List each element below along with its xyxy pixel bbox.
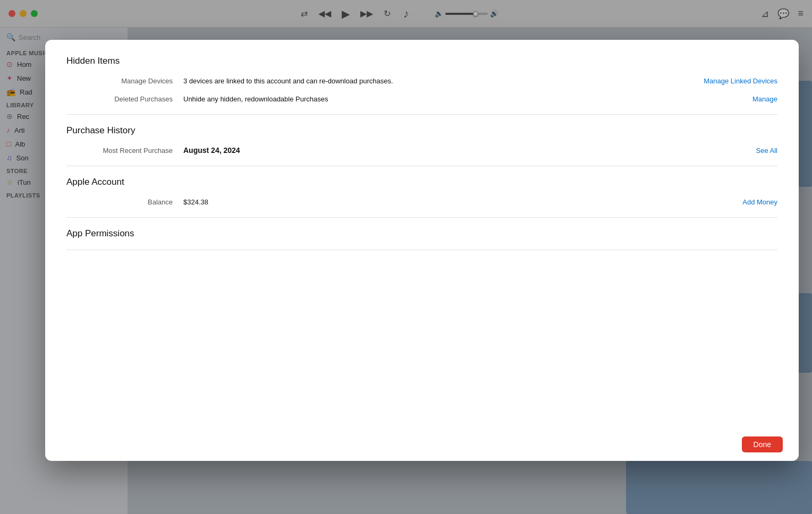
add-money-action[interactable]: Add Money	[742, 197, 777, 207]
app-permissions-title: App Permissions	[66, 228, 777, 239]
most-recent-purchase-value: August 24, 2024	[183, 146, 743, 155]
manage-linked-devices-button[interactable]: Manage Linked Devices	[704, 77, 777, 85]
manage-deleted-action[interactable]: Manage	[752, 94, 777, 104]
divider-2	[66, 166, 777, 166]
modal-body: Hidden Items Manage Devices 3 devices ar…	[45, 40, 799, 428]
balance-value: $324.38	[183, 198, 730, 206]
account-settings-modal: Hidden Items Manage Devices 3 devices ar…	[45, 40, 799, 461]
divider-4	[66, 250, 777, 250]
manage-devices-value: 3 devices are linked to this account and…	[183, 77, 691, 85]
see-all-action[interactable]: See All	[756, 145, 777, 155]
see-all-button[interactable]: See All	[756, 147, 777, 155]
deleted-purchases-label: Deleted Purchases	[66, 95, 183, 103]
purchase-history-title: Purchase History	[66, 125, 777, 136]
apple-account-title: Apple Account	[66, 177, 777, 187]
divider-1	[66, 114, 777, 115]
divider-3	[66, 217, 777, 218]
manage-linked-devices-action[interactable]: Manage Linked Devices	[704, 76, 777, 85]
most-recent-purchase-label: Most Recent Purchase	[66, 147, 183, 155]
apple-account-section: Apple Account Balance $324.38 Add Money	[66, 177, 777, 207]
add-money-button[interactable]: Add Money	[742, 198, 777, 206]
manage-deleted-button[interactable]: Manage	[752, 95, 777, 103]
balance-label: Balance	[66, 198, 183, 206]
manage-devices-label: Manage Devices	[66, 77, 183, 85]
purchase-history-section: Purchase History Most Recent Purchase Au…	[66, 125, 777, 155]
hidden-items-title: Hidden Items	[66, 56, 777, 66]
balance-row: Balance $324.38 Add Money	[66, 197, 777, 207]
hidden-items-section: Hidden Items Manage Devices 3 devices ar…	[66, 56, 777, 104]
modal-footer: Done	[45, 428, 799, 461]
manage-devices-row: Manage Devices 3 devices are linked to t…	[66, 76, 777, 85]
done-button[interactable]: Done	[742, 436, 783, 452]
deleted-purchases-value: Unhide any hidden, redownloadable Purcha…	[183, 95, 740, 103]
most-recent-purchase-row: Most Recent Purchase August 24, 2024 See…	[66, 145, 777, 155]
app-permissions-section: App Permissions	[66, 228, 777, 239]
deleted-purchases-row: Deleted Purchases Unhide any hidden, red…	[66, 94, 777, 104]
